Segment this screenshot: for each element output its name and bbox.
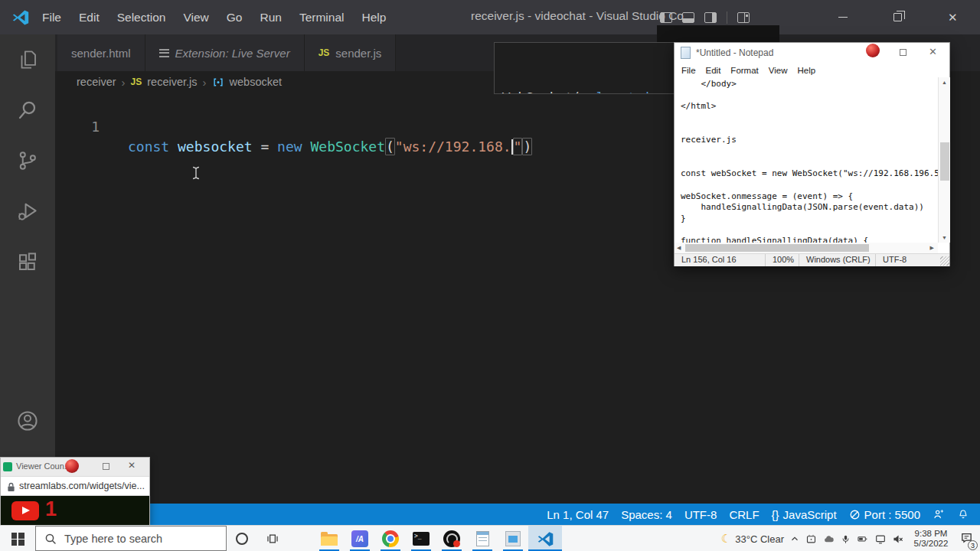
taskbar-terminal[interactable]: >_: [406, 526, 436, 551]
menu-run[interactable]: Run: [260, 11, 281, 24]
scroll-left-icon[interactable]: ◀: [677, 245, 681, 251]
toggle-sidebar-icon[interactable]: [660, 12, 672, 23]
activity-account[interactable]: [0, 402, 55, 440]
status-eol[interactable]: CRLF: [729, 508, 759, 521]
viewer-count-window: Viewer Coun... ✕ streamlabs.com/widgets/…: [0, 457, 150, 525]
cortana-icon: [236, 533, 248, 545]
menu-terminal[interactable]: Terminal: [299, 11, 345, 24]
source-control-icon: [16, 149, 39, 172]
status-notifications[interactable]: [957, 508, 969, 520]
scrollbar-thumb[interactable]: [685, 244, 869, 252]
weather-widget[interactable]: ☾ 33°C Clear: [721, 532, 784, 546]
vscode-activity-bar: [0, 34, 55, 504]
notepad-menu-file[interactable]: File: [681, 66, 696, 75]
tray-chevron-up-icon[interactable]: [789, 533, 800, 544]
cortana-button[interactable]: [227, 526, 257, 551]
notepad-vertical-scrollbar[interactable]: ▲ ▼: [938, 77, 950, 243]
minimize-button[interactable]: [815, 0, 871, 34]
tray-app-icon[interactable]: [805, 533, 817, 545]
menu-selection[interactable]: Selection: [117, 11, 166, 24]
taskbar-search[interactable]: Type here to search: [35, 526, 227, 551]
status-cursor-position[interactable]: Ln 1, Col 47: [547, 508, 609, 521]
onedrive-cloud-icon[interactable]: [822, 533, 835, 545]
notepad-zoom-level: 100%: [765, 254, 799, 266]
toggle-panel-icon[interactable]: [682, 12, 694, 23]
taskbar-notepad[interactable]: [467, 526, 498, 551]
scroll-down-icon[interactable]: ▼: [942, 235, 947, 240]
tab-label: Extension: Live Server: [175, 47, 290, 60]
microphone-icon[interactable]: [841, 533, 851, 545]
notepad-maximize-button[interactable]: [900, 49, 906, 56]
notepad-menu-format[interactable]: Format: [730, 66, 758, 75]
activity-run-debug[interactable]: [0, 186, 55, 236]
status-indentation[interactable]: Spaces: 4: [621, 508, 672, 521]
taskbar-vscode[interactable]: [528, 526, 562, 551]
close-button[interactable]: ✕: [925, 0, 980, 34]
ibeam-mouse-cursor: [191, 166, 201, 180]
viewer-maximize-button[interactable]: [103, 463, 109, 470]
photos-icon: [505, 531, 521, 546]
taskbar-clock[interactable]: 9:38 PM 5/3/2022: [910, 529, 952, 549]
activity-search[interactable]: [0, 85, 55, 135]
viewer-url: streamlabs.com/widgets/vie...: [19, 481, 145, 491]
breadcrumb-symbol[interactable]: websocket: [230, 76, 283, 88]
restore-button[interactable]: [871, 0, 926, 34]
viewer-close-button[interactable]: ✕: [128, 460, 136, 471]
notepad-titlebar[interactable]: *Untitled - Notepad: [675, 43, 949, 63]
taskbar-app-purple[interactable]: /A: [345, 526, 375, 551]
menu-help[interactable]: Help: [362, 11, 387, 24]
toggle-secondary-sidebar-icon[interactable]: [704, 12, 717, 23]
status-language[interactable]: {} JavaScript: [772, 508, 837, 521]
viewer-titlebar[interactable]: Viewer Coun... ✕: [1, 458, 149, 476]
notepad-menu-edit[interactable]: Edit: [706, 66, 721, 75]
menu-go[interactable]: Go: [227, 11, 243, 24]
activity-explorer[interactable]: [0, 34, 55, 85]
scrollbar-thumb[interactable]: [940, 142, 949, 181]
tab-sender-js[interactable]: JS sender.js: [305, 34, 397, 71]
menu-edit[interactable]: Edit: [79, 11, 100, 24]
breadcrumb-folder[interactable]: receiver: [77, 76, 116, 88]
speaker-muted-icon[interactable]: [892, 533, 904, 545]
youtube-icon: [11, 501, 39, 520]
customize-layout-icon[interactable]: [737, 12, 750, 23]
divider: [727, 11, 727, 24]
scroll-right-icon[interactable]: ▶: [930, 245, 934, 251]
layout-toggles: [660, 11, 750, 24]
account-icon: [15, 409, 40, 433]
taskbar-obs[interactable]: [436, 526, 467, 551]
bracket-match: ": [513, 138, 523, 155]
port-label: Port : 5500: [864, 508, 920, 521]
start-button[interactable]: [0, 526, 35, 551]
notepad-content: </body> </html> receiver.js const webSoc…: [675, 77, 938, 243]
activity-source-control[interactable]: [0, 135, 55, 186]
taskbar-photos[interactable]: [498, 526, 528, 551]
notepad-text-area[interactable]: </body> </html> receiver.js const webSoc…: [675, 77, 938, 243]
chevron-right-icon: ›: [203, 76, 207, 89]
notepad-close-button[interactable]: ✕: [929, 46, 937, 57]
scroll-up-icon[interactable]: ▲: [942, 80, 947, 85]
terminal-icon: >_: [413, 532, 430, 546]
taskbar-file-explorer[interactable]: [314, 526, 345, 551]
taskbar-chrome[interactable]: [375, 526, 406, 551]
menu-view[interactable]: View: [183, 11, 208, 24]
battery-icon[interactable]: [856, 533, 869, 544]
streamlabs-favicon: [3, 462, 12, 471]
resize-grip[interactable]: [940, 256, 949, 266]
tooltip-text: WebSocket(: [502, 90, 580, 94]
display-icon[interactable]: [874, 533, 887, 545]
status-encoding[interactable]: UTF-8: [684, 508, 717, 521]
notepad-horizontal-scrollbar[interactable]: ◀ ▶: [675, 243, 938, 253]
status-live-server-port[interactable]: Port : 5500: [849, 508, 920, 521]
action-center-button[interactable]: 3: [960, 531, 973, 547]
viewer-address-bar[interactable]: streamlabs.com/widgets/vie...: [1, 476, 149, 496]
menu-file[interactable]: File: [42, 11, 61, 24]
notepad-menu-view[interactable]: View: [769, 66, 788, 75]
tab-sender-html[interactable]: sender.html: [57, 34, 145, 71]
notepad-window: *Untitled - Notepad ✕ File Edit Format V…: [674, 42, 950, 266]
task-view-button[interactable]: [257, 526, 288, 551]
activity-extensions[interactable]: [0, 236, 55, 287]
tab-live-server[interactable]: Extension: Live Server: [145, 34, 305, 71]
breadcrumb-file[interactable]: receiver.js: [147, 76, 197, 88]
notepad-menu-help[interactable]: Help: [798, 66, 816, 75]
status-feedback[interactable]: [933, 508, 945, 520]
